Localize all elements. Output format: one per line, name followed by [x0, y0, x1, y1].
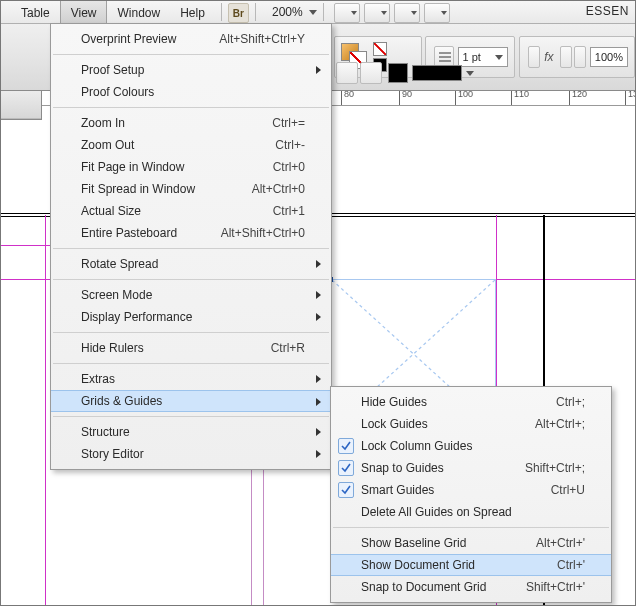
menu-item-label: Extras [81, 372, 115, 386]
menu-item-label: Lock Guides [361, 417, 428, 431]
ruler-tick: 110 [511, 89, 529, 105]
ruler-tick: 100 [455, 89, 473, 105]
stroke-style-swatch[interactable] [412, 65, 462, 81]
container-fill-swatch[interactable] [388, 63, 408, 83]
view-menu-item-actual-size[interactable]: Actual SizeCtrl+1 [51, 200, 331, 222]
menu-item-shortcut: Ctrl+R [195, 341, 305, 355]
menu-item-label: Smart Guides [361, 483, 434, 497]
pathfinder-icon[interactable] [336, 62, 358, 84]
ruler-tick: 120 [569, 89, 587, 105]
view-menu-item-proof-setup[interactable]: Proof Setup [51, 59, 331, 81]
menu-item-label: Fit Page in Window [81, 160, 184, 174]
menu-item-label: Show Document Grid [361, 558, 475, 572]
ruler-tick: 90 [399, 89, 412, 105]
zoom-value: 200% [270, 5, 305, 19]
view-menu: Overprint PreviewAlt+Shift+Ctrl+YProof S… [50, 23, 332, 470]
opacity-value: 100% [595, 51, 623, 63]
zoom-dropdown[interactable]: 200% [270, 1, 317, 23]
view-menu-item-zoom-in[interactable]: Zoom InCtrl+= [51, 112, 331, 134]
submenu-arrow-icon [316, 398, 321, 406]
grids-guides-item-hide-guides[interactable]: Hide GuidesCtrl+; [331, 391, 611, 413]
menu-window[interactable]: Window [107, 1, 170, 23]
workspace-label: ESSEN [586, 1, 635, 23]
grids-guides-item-lock-column-guides[interactable]: Lock Column Guides [331, 435, 611, 457]
effects-panel: fx 100% [519, 36, 635, 78]
menu-item-label: Show Baseline Grid [361, 536, 466, 550]
bridge-button[interactable]: Br [228, 3, 249, 23]
menu-item-label: Entire Pasteboard [81, 226, 177, 240]
menu-item-label: Rotate Spread [81, 257, 158, 271]
menu-item-label: Delete All Guides on Spread [361, 505, 512, 519]
submenu-arrow-icon [316, 375, 321, 383]
menu-item-label: Snap to Document Grid [361, 580, 486, 594]
menu-view[interactable]: View [60, 1, 108, 23]
fx-label[interactable]: fx [544, 50, 553, 64]
grids-guides-item-snap-to-document-grid[interactable]: Snap to Document GridShift+Ctrl+' [331, 576, 611, 598]
check-icon [338, 482, 354, 498]
left-palette [1, 89, 42, 120]
submenu-arrow-icon [316, 428, 321, 436]
view-menu-item-structure[interactable]: Structure [51, 421, 331, 443]
menu-separator [53, 54, 329, 55]
menu-item-label: Hide Guides [361, 395, 427, 409]
drop-shadow-icon[interactable] [528, 46, 540, 68]
view-menu-item-fit-spread-in-window[interactable]: Fit Spread in WindowAlt+Ctrl+0 [51, 178, 331, 200]
check-icon [338, 460, 354, 476]
view-options2-button[interactable] [424, 3, 450, 23]
view-menu-item-display-performance[interactable]: Display Performance [51, 306, 331, 328]
ruler-tick: 13 [625, 89, 636, 105]
menu-separator [53, 332, 329, 333]
view-menu-item-fit-page-in-window[interactable]: Fit Page in WindowCtrl+0 [51, 156, 331, 178]
view-menu-item-story-editor[interactable]: Story Editor [51, 443, 331, 465]
submenu-arrow-icon [316, 260, 321, 268]
view-menu-item-proof-colours[interactable]: Proof Colours [51, 81, 331, 103]
menu-item-shortcut: Alt+Ctrl+0 [195, 182, 305, 196]
menu-item-label: Fit Spread in Window [81, 182, 195, 196]
ruler-tick: 80 [341, 89, 354, 105]
palette-cell[interactable] [1, 89, 41, 119]
menu-item-shortcut: Ctrl+= [195, 116, 305, 130]
submenu-arrow-icon [316, 66, 321, 74]
opacity-icon [574, 46, 586, 68]
view-menu-item-rotate-spread[interactable]: Rotate Spread [51, 253, 331, 275]
opacity-field[interactable]: 100% [590, 47, 628, 67]
grids-guides-item-show-document-grid[interactable]: Show Document GridCtrl+' [331, 554, 611, 576]
arrange-button[interactable] [364, 3, 390, 23]
menu-help[interactable]: Help [170, 1, 215, 23]
grids-guides-item-show-baseline-grid[interactable]: Show Baseline GridAlt+Ctrl+' [331, 532, 611, 554]
menu-table[interactable]: Table [11, 1, 60, 23]
grids-guides-item-delete-all-guides-on-spread[interactable]: Delete All Guides on Spread [331, 501, 611, 523]
menubar-sep [323, 3, 324, 21]
grids-guides-item-lock-guides[interactable]: Lock GuidesAlt+Ctrl+; [331, 413, 611, 435]
menu-item-shortcut: Alt+Shift+Ctrl+0 [195, 226, 305, 240]
view-options-button[interactable] [394, 3, 420, 23]
menu-separator [333, 527, 609, 528]
menu-item-shortcut: Alt+Ctrl+; [475, 417, 585, 431]
grids-guides-item-smart-guides[interactable]: Smart GuidesCtrl+U [331, 479, 611, 501]
view-menu-item-extras[interactable]: Extras [51, 368, 331, 390]
menu-item-shortcut: Alt+Ctrl+' [475, 536, 585, 550]
apply-none-icon[interactable] [373, 42, 387, 56]
effects-dropdown-button[interactable] [560, 46, 572, 68]
align-icon[interactable] [360, 62, 382, 84]
view-menu-item-entire-pasteboard[interactable]: Entire PasteboardAlt+Shift+Ctrl+0 [51, 222, 331, 244]
menu-item-label: Grids & Guides [81, 394, 162, 408]
column-guide [263, 465, 264, 605]
view-menu-item-hide-rulers[interactable]: Hide RulersCtrl+R [51, 337, 331, 359]
margin-guide [45, 215, 46, 605]
menu-item-shortcut: Ctrl+U [475, 483, 585, 497]
screen-mode-button[interactable] [334, 3, 360, 23]
dropdown-arrow-icon [309, 10, 317, 15]
view-menu-item-screen-mode[interactable]: Screen Mode [51, 284, 331, 306]
view-menu-item-zoom-out[interactable]: Zoom OutCtrl+- [51, 134, 331, 156]
view-menu-item-overprint-preview[interactable]: Overprint PreviewAlt+Shift+Ctrl+Y [51, 28, 331, 50]
menu-item-shortcut: Shift+Ctrl+' [475, 580, 585, 594]
menu-separator [53, 416, 329, 417]
menu-item-label: Zoom Out [81, 138, 134, 152]
menu-item-shortcut: Ctrl+; [475, 395, 585, 409]
menu-item-label: Hide Rulers [81, 341, 144, 355]
menubar-sep [221, 3, 222, 21]
grids-guides-item-snap-to-guides[interactable]: Snap to GuidesShift+Ctrl+; [331, 457, 611, 479]
submenu-arrow-icon [316, 450, 321, 458]
view-menu-item-grids-guides[interactable]: Grids & Guides [51, 390, 331, 412]
